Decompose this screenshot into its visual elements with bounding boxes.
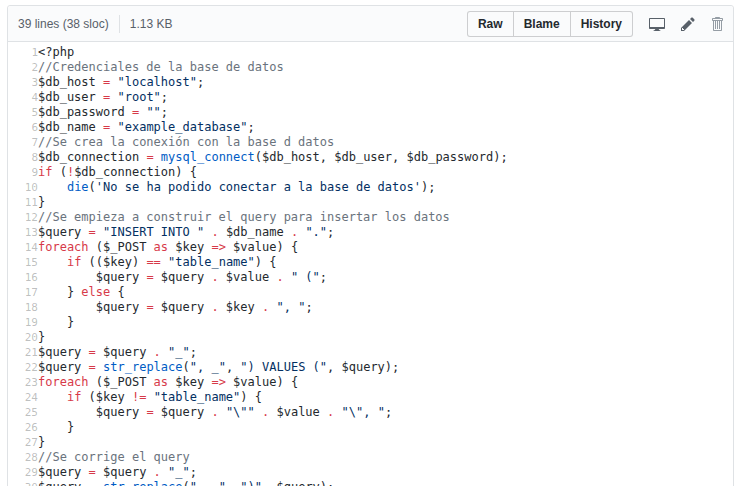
code-line: 2//Credenciales de la base de datos: [8, 60, 733, 75]
edit-file-button[interactable]: [681, 16, 695, 32]
line-number[interactable]: 29: [8, 465, 38, 480]
code-content: $query = $query . $value . " (";: [38, 270, 733, 285]
line-number[interactable]: 16: [8, 270, 38, 285]
line-number[interactable]: 3: [8, 75, 38, 90]
line-number[interactable]: 11: [8, 195, 38, 210]
file-lines-count: 39 lines (38 sloc): [18, 17, 109, 31]
line-number[interactable]: 4: [8, 90, 38, 105]
file-actions: Raw Blame History: [467, 11, 723, 37]
code-content: foreach ($_POST as $key => $value) {: [38, 240, 733, 255]
code-line: 11}: [8, 195, 733, 210]
code-content: }: [38, 195, 733, 210]
line-number[interactable]: 2: [8, 60, 38, 75]
code-line: 15 if (($key) == "table_name") {: [8, 255, 733, 270]
code-line: 25 $query = $query . "\"" . $value . "\"…: [8, 405, 733, 420]
code-line: 5$db_password = "";: [8, 105, 733, 120]
line-number[interactable]: 9: [8, 165, 38, 180]
code-line: 21$query = $query . "_";: [8, 345, 733, 360]
code-content: }: [38, 435, 733, 450]
line-number[interactable]: 22: [8, 360, 38, 375]
code-line: 24 if ($key != "table_name") {: [8, 390, 733, 405]
file-info: 39 lines (38 sloc) 1.13 KB: [18, 15, 172, 33]
code-table-body: 1<?php2//Credenciales de la base de dato…: [8, 45, 733, 486]
line-number[interactable]: 7: [8, 135, 38, 150]
code-content: $db_user = "root";: [38, 90, 733, 105]
code-line: 18 $query = $query . $key . ", ";: [8, 300, 733, 315]
line-number[interactable]: 26: [8, 420, 38, 435]
code-content: $query = $query . "_";: [38, 345, 733, 360]
line-number[interactable]: 20: [8, 330, 38, 345]
code-content: if (($key) == "table_name") {: [38, 255, 733, 270]
line-number[interactable]: 1: [8, 45, 38, 60]
code-content: $query = str_replace(", _", ") VALUES ("…: [38, 360, 733, 375]
line-number[interactable]: 27: [8, 435, 38, 450]
code-line: 23foreach ($_POST as $key => $value) {: [8, 375, 733, 390]
line-number[interactable]: 14: [8, 240, 38, 255]
line-number[interactable]: 17: [8, 285, 38, 300]
code-line: 13$query = "INSERT INTO " . $db_name . "…: [8, 225, 733, 240]
code-line: 29$query = $query . "_";: [8, 465, 733, 480]
line-number[interactable]: 19: [8, 315, 38, 330]
line-number[interactable]: 6: [8, 120, 38, 135]
line-number[interactable]: 23: [8, 375, 38, 390]
line-number[interactable]: 21: [8, 345, 38, 360]
line-number[interactable]: 30: [8, 480, 38, 486]
line-number[interactable]: 24: [8, 390, 38, 405]
raw-button[interactable]: Raw: [467, 11, 514, 37]
delete-file-button[interactable]: [711, 16, 723, 32]
line-number[interactable]: 8: [8, 150, 38, 165]
code-line: 30$query = str_replace(", _", ")", $quer…: [8, 480, 733, 486]
code-line: 27}: [8, 435, 733, 450]
code-line: 12//Se empieza a construir el query para…: [8, 210, 733, 225]
line-number[interactable]: 15: [8, 255, 38, 270]
code-content: }: [38, 420, 733, 435]
file-size: 1.13 KB: [130, 17, 173, 31]
code-line: 9if (!$db_connection) {: [8, 165, 733, 180]
line-number[interactable]: 25: [8, 405, 38, 420]
code-line: 16 $query = $query . $value . " (";: [8, 270, 733, 285]
code-line: 1<?php: [8, 45, 733, 60]
code-content: //Se corrige el query: [38, 450, 733, 465]
code-content: //Se empieza a construir el query para i…: [38, 210, 733, 225]
code-content: //Se crea la conexión con la base d dato…: [38, 135, 733, 150]
code-area: 1<?php2//Credenciales de la base de dato…: [8, 42, 733, 486]
desktop-icon: [649, 16, 665, 32]
code-line: 10 die('No se ha podido conectar a la ba…: [8, 180, 733, 195]
code-content: //Credenciales de la base de datos: [38, 60, 733, 75]
code-line: 14foreach ($_POST as $key => $value) {: [8, 240, 733, 255]
code-content: $db_host = "localhost";: [38, 75, 733, 90]
code-line: 22$query = str_replace(", _", ") VALUES …: [8, 360, 733, 375]
code-content: $db_connection = mysql_connect($db_host,…: [38, 150, 733, 165]
history-button[interactable]: History: [570, 11, 633, 37]
file-view-button-group: Raw Blame History: [467, 11, 633, 37]
code-table: 1<?php2//Credenciales de la base de dato…: [8, 45, 733, 486]
blame-button[interactable]: Blame: [513, 11, 571, 37]
code-line: 28//Se corrige el query: [8, 450, 733, 465]
code-content: if (!$db_connection) {: [38, 165, 733, 180]
file-header: 39 lines (38 sloc) 1.13 KB Raw Blame His…: [8, 6, 733, 42]
code-content: }: [38, 315, 733, 330]
line-number[interactable]: 10: [8, 180, 38, 195]
code-content: $query = $query . "\"" . $value . "\", "…: [38, 405, 733, 420]
divider: [119, 15, 120, 33]
code-content: foreach ($_POST as $key => $value) {: [38, 375, 733, 390]
line-number[interactable]: 13: [8, 225, 38, 240]
code-content: $query = "INSERT INTO " . $db_name . "."…: [38, 225, 733, 240]
open-in-desktop-button[interactable]: [649, 16, 665, 32]
code-content: $db_password = "";: [38, 105, 733, 120]
line-number[interactable]: 5: [8, 105, 38, 120]
file-box: 39 lines (38 sloc) 1.13 KB Raw Blame His…: [7, 5, 734, 486]
code-content: $db_name = "example_database";: [38, 120, 733, 135]
code-content: <?php: [38, 45, 733, 60]
line-number[interactable]: 12: [8, 210, 38, 225]
code-content: if ($key != "table_name") {: [38, 390, 733, 405]
code-content: $query = str_replace(", _", ")", $query)…: [38, 480, 733, 486]
code-line: 4$db_user = "root";: [8, 90, 733, 105]
line-number[interactable]: 28: [8, 450, 38, 465]
code-content: $query = $query . $key . ", ";: [38, 300, 733, 315]
code-content: $query = $query . "_";: [38, 465, 733, 480]
line-number[interactable]: 18: [8, 300, 38, 315]
pencil-icon: [681, 16, 695, 32]
code-content: }: [38, 330, 733, 345]
code-line: 3$db_host = "localhost";: [8, 75, 733, 90]
